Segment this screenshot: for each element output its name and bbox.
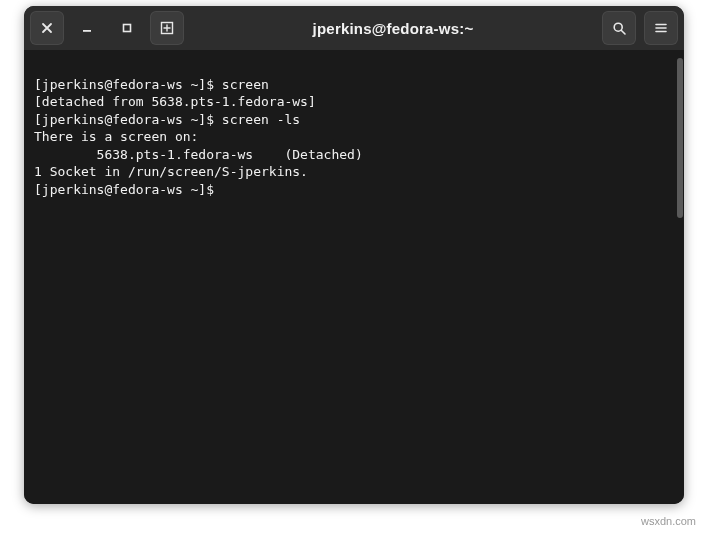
svg-rect-1 — [124, 25, 131, 32]
hamburger-icon — [654, 21, 668, 35]
titlebar: jperkins@fedora-ws:~ — [24, 6, 684, 50]
minimize-icon — [81, 22, 93, 34]
terminal-line: 1 Socket in /run/screen/S-jperkins. — [34, 164, 308, 179]
menu-button[interactable] — [644, 11, 678, 45]
window-title: jperkins@fedora-ws:~ — [190, 20, 596, 37]
close-icon — [41, 22, 53, 34]
maximize-button[interactable] — [110, 11, 144, 45]
terminal-line: There is a screen on: — [34, 129, 198, 144]
watermark: wsxdn.com — [641, 515, 696, 527]
new-tab-icon — [159, 20, 175, 36]
terminal-body[interactable]: [jperkins@fedora-ws ~]$ screen [detached… — [24, 50, 684, 504]
svg-rect-0 — [83, 30, 91, 32]
search-button[interactable] — [602, 11, 636, 45]
terminal-line: [jperkins@fedora-ws ~]$ screen — [34, 77, 269, 92]
terminal-line: [detached from 5638.pts-1.fedora-ws] — [34, 94, 316, 109]
terminal-line: 5638.pts-1.fedora-ws (Detached) — [34, 147, 363, 162]
terminal-line: [jperkins@fedora-ws ~]$ — [34, 182, 222, 197]
new-tab-button[interactable] — [150, 11, 184, 45]
terminal-window: jperkins@fedora-ws:~ [jperkins@fedora-ws… — [24, 6, 684, 504]
maximize-icon — [121, 22, 133, 34]
close-button[interactable] — [30, 11, 64, 45]
scrollbar-thumb[interactable] — [677, 58, 683, 218]
search-icon — [612, 21, 627, 36]
minimize-button[interactable] — [70, 11, 104, 45]
terminal-line: [jperkins@fedora-ws ~]$ screen -ls — [34, 112, 300, 127]
